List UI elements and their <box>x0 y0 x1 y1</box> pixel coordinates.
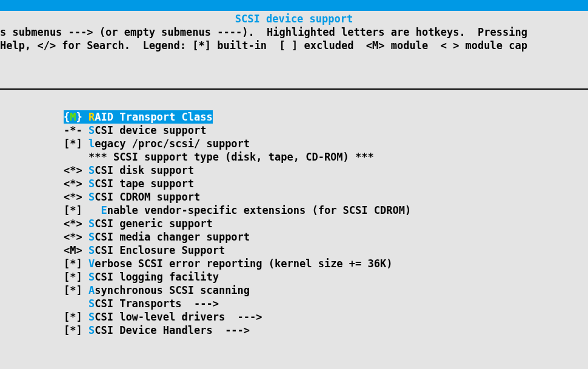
item-hotkey: E <box>101 204 107 216</box>
item-prefix: <*> <box>64 191 89 203</box>
help-line-1: s submenus ---> (or empty submenus ----)… <box>0 26 527 38</box>
item-hotkey: S <box>89 298 95 310</box>
menu-item[interactable]: -*- SCSI device support <box>64 124 206 136</box>
menu-item[interactable]: <M> SCSI Enclosure Support <box>64 244 225 256</box>
item-hotkey: S <box>89 311 95 323</box>
config-menu: {M} RAID Transport Class -*- SCSI device… <box>0 97 588 337</box>
selected-close-brace: } <box>76 111 89 123</box>
item-prefix: [*] <box>64 324 89 336</box>
item-prefix: [*] <box>64 258 89 270</box>
item-prefix <box>64 298 89 310</box>
menu-item[interactable]: <*> SCSI disk support <box>64 164 194 176</box>
item-text: CSI CDROM support <box>95 191 200 203</box>
selected-open-brace: { <box>64 111 70 123</box>
item-hotkey: l <box>89 138 95 150</box>
menu-item-submenu[interactable]: [*] SCSI Device Handlers ---> <box>64 324 250 336</box>
item-hotkey: S <box>89 244 95 256</box>
separator <box>0 88 588 90</box>
item-text: *** SCSI support type (disk, tape, CD-RO… <box>89 151 374 163</box>
item-text: CSI generic support <box>95 218 212 230</box>
item-text: synchronous SCSI scanning <box>95 284 250 296</box>
item-prefix: [*] <box>64 311 89 323</box>
item-hotkey: S <box>89 231 95 243</box>
help-text: s submenus ---> (or empty submenus ----)… <box>0 25 588 52</box>
top-bar <box>0 0 588 11</box>
item-text: CSI media changer support <box>95 231 250 243</box>
item-prefix: [*] <box>64 284 89 296</box>
menu-item-submenu[interactable]: SCSI Transports ---> <box>64 298 219 310</box>
item-hotkey: V <box>89 258 95 270</box>
item-text: CSI low-level drivers ---> <box>95 311 262 323</box>
item-prefix: [*] <box>64 138 89 150</box>
item-prefix: <*> <box>64 178 89 190</box>
item-prefix: [*] <box>64 271 89 283</box>
item-hotkey: S <box>89 218 95 230</box>
item-text: CSI disk support <box>95 164 194 176</box>
menu-item[interactable]: <*> SCSI tape support <box>64 178 194 190</box>
menu-item-submenu[interactable]: [*] SCSI low-level drivers ---> <box>64 311 262 323</box>
menu-item[interactable]: [*] SCSI logging facility <box>64 271 219 283</box>
menu-item-heading: *** SCSI support type (disk, tape, CD-RO… <box>64 151 374 163</box>
item-hotkey: S <box>89 178 95 190</box>
menu-item[interactable]: <*> SCSI generic support <box>64 218 213 230</box>
menu-item[interactable]: <*> SCSI CDROM support <box>64 191 200 203</box>
item-text: nable vendor-specific extensions (for SC… <box>107 204 412 216</box>
item-prefix: [*] <box>64 204 101 216</box>
item-text: CSI Transports ---> <box>95 298 219 310</box>
item-hotkey: A <box>89 284 95 296</box>
selected-state: M <box>70 111 76 123</box>
item-text: erbose SCSI error reporting (kernel size… <box>95 258 392 270</box>
item-text: CSI Device Handlers ---> <box>95 324 250 336</box>
help-line-2: Help, </> for Search. Legend: [*] built-… <box>0 39 527 52</box>
item-text: egacy /proc/scsi/ support <box>95 138 250 150</box>
menu-item[interactable]: [*] Verbose SCSI error reporting (kernel… <box>64 258 392 270</box>
item-prefix: <M> <box>64 244 89 256</box>
item-prefix: <*> <box>64 231 89 243</box>
selected-text: AID Transport Class <box>95 111 212 123</box>
item-prefix: <*> <box>64 218 89 230</box>
item-hotkey: S <box>89 271 95 283</box>
item-prefix <box>64 151 89 163</box>
item-text: CSI logging facility <box>95 271 219 283</box>
menu-item[interactable]: <*> SCSI media changer support <box>64 231 250 243</box>
item-prefix: -*- <box>64 124 89 136</box>
menu-item[interactable]: [*] legacy /proc/scsi/ support <box>64 138 250 150</box>
item-hotkey: S <box>89 124 95 136</box>
page-title: SCSI device support <box>0 11 588 25</box>
item-text: CSI tape support <box>95 178 194 190</box>
menu-item[interactable]: [*] Asynchronous SCSI scanning <box>64 284 250 296</box>
item-hotkey: S <box>89 191 95 203</box>
item-prefix: <*> <box>64 164 89 176</box>
item-hotkey: S <box>89 164 95 176</box>
item-text: CSI device support <box>95 124 206 136</box>
selected-hotkey: R <box>89 111 95 123</box>
item-text: CSI Enclosure Support <box>95 244 225 256</box>
item-hotkey: S <box>89 324 95 336</box>
menu-item-selected[interactable]: {M} RAID Transport Class <box>64 110 213 124</box>
menu-item[interactable]: [*] Enable vendor-specific extensions (f… <box>64 204 411 216</box>
